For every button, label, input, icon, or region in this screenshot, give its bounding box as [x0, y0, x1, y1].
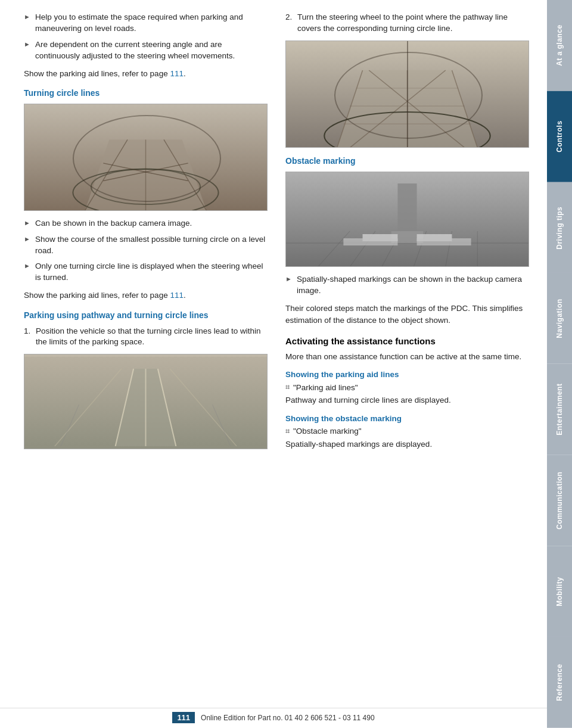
step2-item: 2. Turn the steering wheel to the point … [285, 12, 529, 35]
ref-link-2[interactable]: 111 [170, 291, 184, 300]
show-parking-aid-line1: Show the parking aid lines, refer to pag… [24, 68, 268, 80]
bullet-text-2: Are dependent on the current steering an… [35, 39, 268, 62]
step2-text: Turn the steering wheel to the point whe… [297, 12, 529, 35]
footer-text: Online Edition for Part no. 01 40 2 606 … [201, 714, 375, 722]
left-column: ► Help you to estimate the space require… [24, 12, 268, 456]
tc-arrow-2: ► [24, 235, 30, 244]
show-parking-aid-line2: Show the parking aid lines, refer to pag… [24, 290, 268, 301]
intro-bullet-list: ► Help you to estimate the space require… [24, 12, 268, 62]
page-number: 111 [172, 712, 195, 723]
bullet-text-1: Help you to estimate the space required … [35, 12, 268, 35]
svg-marker-1 [85, 139, 207, 210]
sidebar-tab-reference[interactable]: Reference [547, 637, 572, 728]
two-column-layout: ► Help you to estimate the space require… [24, 12, 529, 456]
svg-point-3 [91, 169, 200, 204]
page-footer: 111 Online Edition for Part no. 01 40 2 … [0, 708, 547, 723]
bullet-item-2: ► Are dependent on the current steering … [24, 39, 268, 62]
ref-link-1[interactable]: 111 [170, 69, 184, 78]
tc-arrow-3: ► [24, 262, 30, 270]
show-obstacle-heading: Showing the obstacle marking [285, 414, 529, 423]
tc-text-1: Can be shown in the backup camera image. [35, 218, 192, 229]
step2-num: 2. [285, 12, 297, 23]
parking-step-1: 1. Position the vehicle so that the turn… [24, 326, 268, 349]
obs-text-1: Spatially-shaped markings can be shown i… [297, 274, 529, 297]
show-parking-aid-heading: Showing the parking aid lines [285, 370, 529, 379]
sidebar-tab-controls[interactable]: Controls [547, 91, 572, 182]
tc-text-2: Show the course of the smallest possible… [35, 234, 268, 257]
step1-text: Position the vehicle so that the turning… [36, 326, 268, 349]
activating-heading: Activating the assistance functions [285, 336, 529, 346]
sidebar-tab-driving-tips[interactable]: Driving tips [547, 182, 572, 273]
obs-bullet-1: ► Spatially-shaped markings can be shown… [285, 274, 529, 297]
parking-aid-menu-row: ⌗ "Parking aid lines" [285, 382, 529, 392]
tc-bullet-2: ► Show the course of the smallest possib… [24, 234, 268, 257]
turning-circle-heading: Turning circle lines [24, 88, 268, 98]
svg-rect-18 [286, 41, 529, 148]
sidebar: At a glance Controls Driving tips Naviga… [547, 0, 572, 728]
parking-image [24, 354, 268, 449]
turning-circle-bullet-list: ► Can be shown in the backup camera imag… [24, 218, 268, 284]
bullet-arrow-2: ► [24, 40, 30, 49]
obstacle-image [285, 172, 529, 267]
svg-line-7 [103, 163, 188, 181]
obstacle-bullet-list: ► Spatially-shaped markings can be shown… [285, 274, 529, 297]
bullet-item-1: ► Help you to estimate the space require… [24, 12, 268, 35]
tc-arrow-1: ► [24, 219, 30, 228]
parking-aid-menu-item: "Parking aid lines" [293, 383, 358, 392]
step2-image [285, 41, 529, 148]
step2-list: 2. Turn the steering wheel to the point … [285, 12, 529, 35]
sidebar-tab-navigation[interactable]: Navigation [547, 273, 572, 364]
right-column: 2. Turn the steering wheel to the point … [285, 12, 529, 456]
svg-rect-42 [417, 238, 471, 245]
obstacle-body: Their colored steps match the markings o… [285, 303, 529, 327]
obstacle-menu-icon: ⌗ [285, 427, 290, 436]
activating-body: More than one assistance function can be… [285, 351, 529, 363]
svg-rect-41 [343, 238, 397, 245]
parking-steps: 1. Position the vehicle so that the turn… [24, 326, 268, 349]
svg-line-8 [103, 163, 188, 181]
sidebar-tab-at-a-glance[interactable]: At a glance [547, 0, 572, 91]
obstacle-menu-row: ⌗ "Obstacle marking" [285, 427, 529, 436]
tc-bullet-1: ► Can be shown in the backup camera imag… [24, 218, 268, 229]
tc-bullet-3: ► Only one turning circle line is displa… [24, 261, 268, 284]
tc-text-3: Only one turning circle line is displaye… [35, 261, 268, 284]
show-obstacle-body: Spatially-shaped markings are displayed. [285, 438, 529, 450]
turning-circle-image [24, 104, 268, 211]
svg-line-27 [369, 70, 465, 148]
obstacle-menu-item: "Obstacle marking" [293, 427, 362, 435]
sidebar-tab-communication[interactable]: Communication [547, 455, 572, 546]
svg-rect-37 [397, 183, 416, 237]
main-content: ► Help you to estimate the space require… [0, 0, 547, 728]
obs-arrow-1: ► [285, 275, 292, 284]
svg-rect-0 [24, 104, 267, 210]
bullet-arrow-1: ► [24, 13, 30, 21]
sidebar-tab-entertainment[interactable]: Entertainment [547, 364, 572, 455]
sidebar-tab-mobility[interactable]: Mobility [547, 546, 572, 637]
show-parking-body: Pathway and turning circle lines are dis… [285, 394, 529, 406]
parking-heading: Parking using pathway and turning circle… [24, 310, 268, 320]
parking-menu-icon: ⌗ [285, 382, 290, 392]
step1-num: 1. [24, 326, 36, 337]
obstacle-heading: Obstacle marking [285, 156, 529, 166]
svg-line-26 [350, 70, 446, 148]
svg-marker-19 [337, 70, 478, 148]
